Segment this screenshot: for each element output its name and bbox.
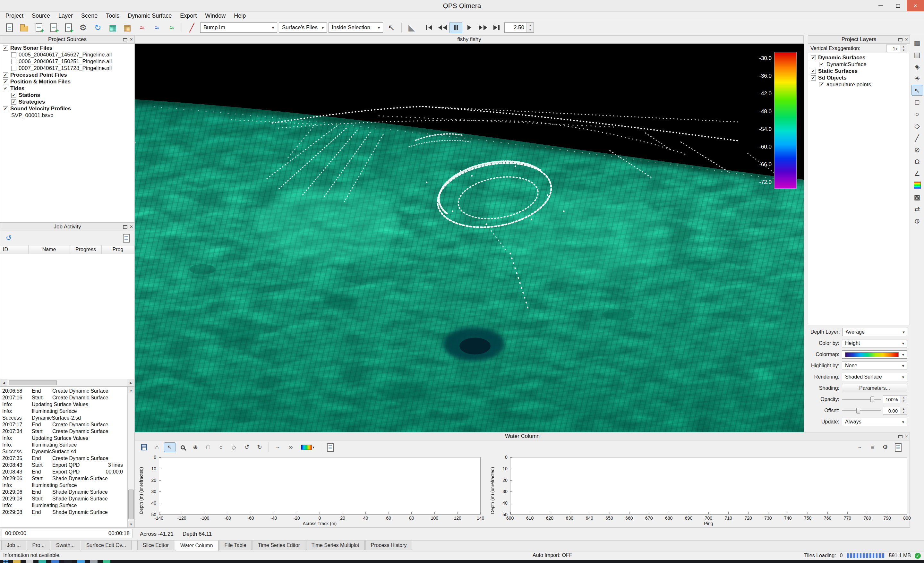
select-cursor-button[interactable]: ↖	[385, 21, 398, 34]
log-row[interactable]: 20:07:35EndCreate Dynamic Surface	[2, 455, 127, 462]
tree-item-0005-20040617-145627-pingeline-all[interactable]: 0005_20040617_145627_Pingeline.all	[0, 51, 134, 58]
grid-view-button[interactable]: ▦	[912, 37, 923, 48]
copy-image-button[interactable]	[324, 442, 336, 452]
float-dock-icon[interactable]	[898, 38, 903, 41]
skip-end-button[interactable]	[490, 22, 503, 33]
taskbar-app-icon[interactable]	[51, 560, 59, 563]
checkbox[interactable]: ✓	[3, 86, 8, 91]
surface-files-combo[interactable]: Surface's Files ▾	[279, 22, 327, 33]
fast-forward-button[interactable]	[476, 22, 489, 33]
redo-button[interactable]: ↻	[254, 442, 266, 452]
log-row[interactable]: 20:29:08StartShade Dynamic Surface	[2, 495, 127, 502]
checkbox[interactable]: ✓	[11, 99, 16, 105]
close-dock-icon[interactable]: ×	[905, 37, 908, 42]
log-row[interactable]: 20:06:58EndCreate Dynamic Surface	[2, 388, 127, 394]
update-select[interactable]: Always▾	[842, 418, 908, 426]
checkbox[interactable]: ✓	[11, 93, 16, 98]
menu-layer[interactable]: Layer	[54, 12, 77, 20]
log-row[interactable]: 20:07:16StartCreate Dynamic Surface	[2, 394, 127, 401]
job-column-name[interactable]: Name	[28, 246, 70, 254]
illumination-button[interactable]: ☀	[912, 73, 923, 84]
checkbox[interactable]	[11, 52, 16, 57]
spin-up-icon[interactable]: ▲	[900, 45, 907, 48]
job-table-body[interactable]	[0, 254, 135, 379]
scrollbar-thumb[interactable]	[9, 380, 57, 385]
spin-down-icon[interactable]: ▼	[900, 48, 907, 52]
menu-project[interactable]: Project	[1, 12, 28, 20]
close-button[interactable]: ×	[907, 0, 924, 11]
select-rectangle-button[interactable]: □	[202, 442, 214, 452]
spin-down-icon[interactable]: ▼	[900, 410, 907, 414]
rendering-select[interactable]: Shaded Surface▾	[842, 373, 908, 381]
offset-spinbox[interactable]: 0.00▲▼	[883, 407, 908, 415]
horizontal-scrollbar[interactable]: ◀ ▶	[0, 379, 135, 386]
new-project-button[interactable]	[3, 21, 16, 34]
selection-mode-combo[interactable]: Inside Selection ▾	[328, 22, 383, 33]
opacity-spinbox[interactable]: 100%▲▼	[883, 395, 908, 403]
highlight-by-select[interactable]: None▾	[842, 362, 908, 370]
tab-job[interactable]: Job ...	[1, 541, 26, 550]
tree-item-static-surfaces[interactable]: ✓Static Surfaces	[808, 68, 910, 75]
scroll-right-icon[interactable]: ▶	[128, 379, 134, 386]
measure-button[interactable]: ∠	[912, 168, 923, 179]
tree-item-raw-sonar-files[interactable]: ✓Raw Sonar Files	[0, 45, 134, 51]
select-circle-button[interactable]: ○	[912, 108, 923, 119]
tree-item-dynamic-surfaces[interactable]: ✓Dynamic Surfaces	[808, 54, 910, 61]
log-row[interactable]: 20:07:34StartCreate Dynamic Surface	[2, 428, 127, 435]
checkbox[interactable]: ✓	[811, 69, 816, 74]
taskbar-app-icon[interactable]	[77, 560, 85, 563]
svp-editor-button[interactable]: ≈	[150, 21, 164, 34]
water-column-dock-title[interactable]: Water Column ×	[135, 432, 910, 440]
tab-time-series-multiplot[interactable]: Time Series Multiplot	[306, 541, 365, 550]
shading-button[interactable]: Parameters...	[842, 384, 908, 392]
spin-down-icon[interactable]: ▼	[900, 400, 907, 403]
scroll-left-icon[interactable]: ◀	[0, 379, 8, 386]
tree-item-0006-20040617-150251-pingeline-all[interactable]: 0006_20040617_150251_Pingeline.all	[0, 58, 134, 65]
add-processed-points-button[interactable]	[47, 21, 60, 34]
job-column-progress[interactable]: Progress	[70, 246, 102, 254]
pointer-button[interactable]: ↖	[912, 85, 923, 96]
tree-item-sound-velocity-profiles[interactable]: ✓Sound Velocity Profiles	[0, 105, 134, 112]
skip-start-button[interactable]	[423, 22, 435, 33]
maximize-button[interactable]	[890, 0, 907, 11]
checkbox[interactable]	[11, 66, 16, 71]
magnet-button[interactable]: Ω	[912, 156, 923, 167]
refresh-jobs-button[interactable]: ↺	[3, 232, 14, 244]
close-dock-icon[interactable]: ×	[130, 37, 133, 42]
start-button[interactable]	[3, 560, 8, 563]
vertical-exaggeration-spinbox[interactable]: 1x ▲ ▼	[886, 45, 908, 52]
profile-plot-button[interactable]: ~	[854, 442, 865, 452]
depth-layer-select[interactable]: Average▾	[843, 328, 908, 336]
close-dock-icon[interactable]: ×	[905, 434, 908, 439]
log-row[interactable]: 20:29:06StartShade Dynamic Surface	[2, 475, 127, 482]
taskbar-app-icon[interactable]	[90, 560, 98, 563]
tree-item-aquaculture-points[interactable]: ✓aquaculture points	[808, 81, 910, 88]
log-row[interactable]: Info:Updating Surface Values	[2, 401, 127, 408]
processing-settings-button[interactable]: ⚙	[76, 21, 90, 34]
offset-slider[interactable]	[842, 407, 881, 415]
tab-surface-edit-ov[interactable]: Surface Edit Ov...	[81, 541, 132, 550]
taskbar-app-icon[interactable]	[39, 560, 46, 563]
tab-slice-editor[interactable]: Slice Editor	[137, 541, 174, 550]
reprocess-button[interactable]: ↻	[91, 21, 105, 34]
hatch-button[interactable]: ▩	[912, 192, 923, 202]
log-row[interactable]: 20:29:08EndShade Dynamic Surface	[2, 509, 127, 515]
spin-up-icon[interactable]: ▲	[527, 23, 534, 28]
save-plot-button[interactable]	[138, 442, 150, 452]
import-files-button[interactable]	[62, 21, 75, 34]
tab-process-history[interactable]: Process History	[365, 541, 412, 550]
tree-item-sd-objects[interactable]: ✓Sd Objects	[808, 75, 910, 81]
undo-button[interactable]: ↺	[241, 442, 252, 452]
vertical-scrollbar[interactable]: ▲ ▼	[128, 387, 134, 527]
tree-item-dynamicsurface[interactable]: ✓DynamicSurface	[808, 61, 910, 68]
checkbox[interactable]: ✓	[819, 62, 824, 67]
job-column-id[interactable]: ID	[0, 246, 28, 254]
windows-taskbar[interactable]	[0, 560, 924, 563]
shading-button[interactable]: ◈	[912, 61, 923, 72]
colormap-select[interactable]: ▾	[842, 350, 908, 359]
tree-item-svp-00001-bsvp[interactable]: SVP_00001.bsvp	[0, 112, 134, 119]
water-column-fan-button[interactable]: ◣	[405, 21, 418, 34]
surface-size-combo[interactable]: Bump1m ▾	[200, 22, 277, 33]
slider-handle[interactable]	[870, 397, 874, 402]
tree-item-0007-20040617-151728-pingeline-all[interactable]: 0007_20040617_151728_Pingeline.all	[0, 65, 134, 72]
